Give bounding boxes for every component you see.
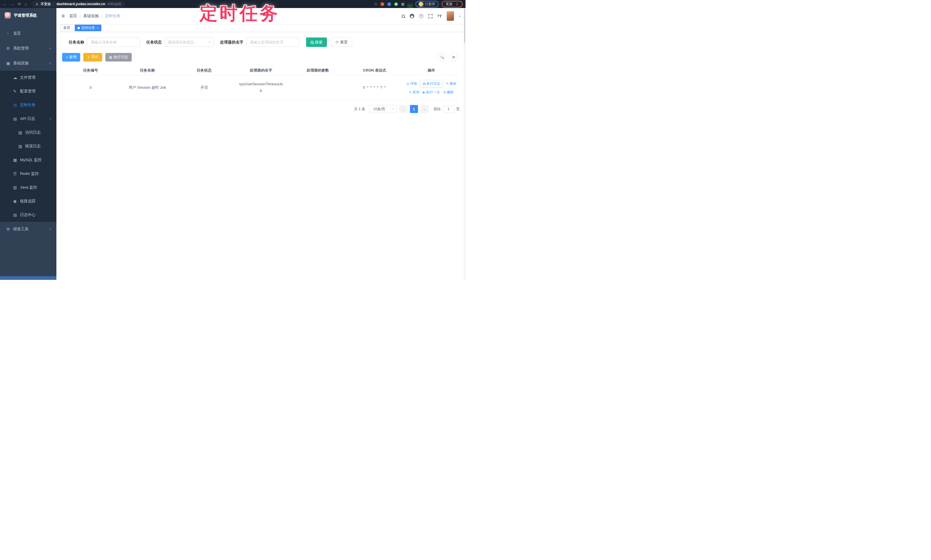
goto-page-input[interactable] [443, 105, 454, 113]
profile-emoji-avatar [419, 2, 423, 6]
table-header-row: 任务编号 任务名称 任务状态 处理器的名字 处理器的参数 CRON 表达式 操作 [62, 66, 460, 75]
sidebar-item-file-management[interactable]: ☁ 文件管理 [0, 71, 56, 85]
edit-link-label: 修改 [450, 81, 456, 86]
page-1-button[interactable]: 1 [410, 105, 418, 113]
sidebar-item-java-monitor[interactable]: ▥ Java 监控 [0, 180, 56, 194]
sidebar-item-infrastructure[interactable]: ▣ 基础设施 ˄ [0, 56, 56, 71]
sidebar-item-scheduled-tasks[interactable]: ◷ 定时任务 [0, 98, 56, 112]
sidebar-item-redis-monitor[interactable]: ☰ Redis 监控 [0, 167, 56, 180]
pause-link[interactable]: ✕暂停 [409, 90, 419, 95]
sidebar-item-label: 错误日志 [25, 144, 56, 149]
url-host[interactable]: dashboard.yudao.iocoder.cn [56, 2, 105, 6]
exec-log-button-label: 执行日志 [114, 55, 128, 60]
next-page-button[interactable]: › [421, 105, 429, 113]
detail-link[interactable]: ◎详细 [407, 81, 417, 86]
browser-menu-icon[interactable]: ⋮ [455, 2, 459, 6]
refresh-icon: ⟳ [452, 55, 455, 60]
tab-scheduled-tasks[interactable]: 定时任务 × [75, 25, 101, 31]
edit-link[interactable]: ✎修改 [446, 81, 456, 86]
browser-back-icon[interactable]: ← [3, 2, 7, 6]
eye-icon: ◎ [407, 82, 409, 86]
edit-icon: ✎ [13, 89, 20, 94]
delete-link[interactable]: ⊟删除 [444, 90, 454, 95]
bookmark-star-icon[interactable]: ☆ [374, 2, 378, 6]
update-button-label[interactable]: 更新 [446, 2, 453, 6]
detail-link-label: 详细 [410, 81, 417, 86]
tags-view: 首页 定时任务 × [56, 24, 466, 32]
fullscreen-icon[interactable] [428, 14, 433, 18]
sidebar-item-mysql-monitor[interactable]: ▦ MySQL 监控 [0, 153, 56, 167]
breadcrumb-home[interactable]: 首页 [69, 14, 77, 18]
github-icon[interactable] [410, 14, 414, 18]
page-scrollbar[interactable] [464, 8, 466, 280]
extension-icon-green[interactable] [394, 2, 398, 6]
sidebar-item-access-log[interactable]: ▧ 访问日志 [0, 126, 56, 139]
page-size-select[interactable]: 10条/页 ˅ [369, 105, 396, 113]
sidebar-item-label: MySQL 监控 [20, 157, 56, 163]
sidebar-item-trace[interactable]: ◉ 链路追踪 [0, 194, 56, 208]
tab-close-icon[interactable]: × [97, 26, 99, 30]
search-button[interactable]: 搜索 [306, 37, 327, 47]
help-icon[interactable]: ? [419, 14, 424, 18]
handler-name-input[interactable] [246, 37, 299, 47]
task-name-input[interactable] [87, 37, 140, 47]
sidebar-item-system-management[interactable]: ⚙ 系统管理 ˅ [0, 41, 56, 56]
security-warning-label[interactable]: 不安全 [41, 2, 51, 6]
avatar-caret-icon[interactable]: ▾ [459, 15, 460, 18]
sidebar-scrollbar[interactable] [0, 276, 56, 280]
browser-forward-icon[interactable]: → [10, 2, 14, 6]
sidebar-item-label: 系统管理 [13, 46, 49, 51]
tab-home[interactable]: 首页 [60, 25, 73, 31]
cloud-icon: ☁ [13, 75, 20, 80]
extension-icon-grid[interactable]: ▦ [401, 2, 404, 6]
prev-page-button[interactable]: ‹ [399, 105, 407, 113]
sidebar-item-error-log[interactable]: ▧ 错误日志 [0, 139, 56, 153]
handler-name-label: 处理器的名字 [220, 40, 244, 45]
run-once-link-label: 执行一次 [426, 90, 440, 95]
export-button[interactable]: ⇓ 导出 [83, 53, 102, 62]
sidebar-item-api-log[interactable]: ▤ API 日志 ˄ [0, 112, 56, 126]
run-once-link[interactable]: ▶执行一次 [423, 90, 440, 95]
export-button-label: 导出 [91, 55, 99, 60]
sidebar-item-home[interactable]: ◔ 首页 [0, 26, 56, 41]
sidebar-item-label: 配置管理 [20, 89, 56, 94]
browser-reload-icon[interactable]: ⟳ [18, 2, 21, 6]
monitor-icon: ▣ [6, 61, 13, 66]
app-shell: 芋道管理系统 ◔ 首页 ⚙ 系统管理 ˅ ▣ 基础设施 ˄ [0, 8, 466, 280]
cell-job-id: 3 [62, 85, 119, 89]
cell-actions: ◎详细 ▤执行日志 ✎修改 ✕暂停 ▶执行一次 ⊟删除 [403, 80, 460, 95]
browser-profile-chip[interactable]: 已暂停 [415, 1, 439, 8]
extension-icon-blue[interactable] [387, 2, 391, 6]
chevron-down-icon: ˅ [392, 107, 394, 111]
toolbox-icon: ⚒ [6, 227, 13, 231]
sidebar-item-log-center[interactable]: ▤ 日志中心 [0, 208, 56, 222]
hamburger-icon[interactable]: ≡ [56, 13, 69, 19]
breadcrumb: 首页 / 基础设施 / 定时任务 [69, 14, 120, 18]
filter-form: 任务名称 任务状态 请选择任务状态 ˅ 处理器的名字 搜索 ⟳ [62, 37, 460, 47]
main-area: ≡ 首页 / 基础设施 / 定时任务 ? TT ▾ [56, 8, 466, 280]
task-status-select[interactable]: 请选择任务状态 ˅ [165, 37, 214, 47]
extension-on-badge[interactable]: on [408, 4, 412, 8]
sidebar-logo[interactable]: 芋道管理系统 [0, 8, 56, 22]
sidebar-item-config-management[interactable]: ✎ 配置管理 [0, 85, 56, 98]
exec-log-link[interactable]: ▤执行日志 [420, 80, 442, 87]
user-avatar[interactable] [447, 11, 454, 21]
address-bar[interactable]: ⚠ 不安全 | dashboard.yudao.iocoder.cn/infra… [31, 1, 125, 7]
toggle-search-button[interactable] [438, 53, 446, 62]
search-icon[interactable] [402, 15, 405, 18]
log-icon: ▤ [13, 117, 20, 121]
reset-button[interactable]: ⟳ 重置 [331, 37, 352, 47]
refresh-table-button[interactable]: ⟳ [449, 53, 458, 62]
extension-icon-orange[interactable] [381, 2, 384, 6]
add-button[interactable]: + 新增 [62, 53, 80, 62]
browser-update-chip[interactable]: 更新 ⋮ [442, 1, 462, 8]
browser-extensions-area: ☆ ▦ on 已暂停 更新 ⋮ [374, 1, 462, 8]
sidebar-item-dev-tools[interactable]: ⚒ 研发工具 ˅ [0, 222, 56, 237]
exec-log-button[interactable]: ▤ 执行日志 [105, 53, 132, 62]
font-size-icon[interactable]: TT [438, 14, 442, 18]
browser-home-icon[interactable]: ⌂ [25, 2, 27, 6]
sidebar-item-label: 研发工具 [13, 227, 49, 232]
sidebar-item-label: 定时任务 [20, 102, 56, 108]
breadcrumb-infrastructure[interactable]: 基础设施 [83, 14, 99, 18]
sidebar-item-label: 首页 [13, 31, 56, 36]
